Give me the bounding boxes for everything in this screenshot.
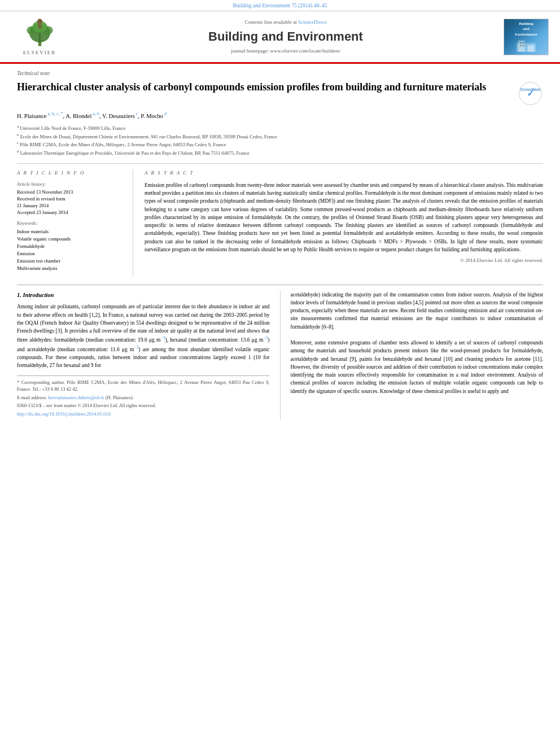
article-title: Hierarchical cluster analysis of carbony… [17,81,518,94]
received-revised-date: 21 January 2014 [17,203,121,209]
elsevier-wordmark: ELSEVIER [23,49,56,56]
svg-rect-14 [522,45,524,46]
copyright-line: © 2014 Elsevier Ltd. All rights reserved… [145,257,543,264]
keywords-group: Keywords: Indoor materials Volatile orga… [17,220,121,272]
body-divider [17,285,543,285]
svg-text:✓: ✓ [527,89,534,98]
cover-title-1: Building [519,21,533,27]
body-para-2: acetaldehyde) indicating the majority pa… [291,291,544,331]
svg-point-6 [37,19,42,24]
body-para-1: Among indoor air pollutants, carbonyl co… [17,303,270,369]
volume-text: Building and Environment 75 (2014) 40–45 [233,3,327,8]
abstract-text: Emission profiles of carbonyl compounds … [145,181,543,254]
keyword-5: Emission test chamber [17,258,121,265]
sciencedirect-link[interactable]: ScienceDirect [298,19,326,25]
doi-link[interactable]: http://dx.doi.org/10.1016/j.buildenv.201… [17,411,111,417]
elsevier-logo: ELSEVIER [11,17,68,56]
affiliation-c: c Pôle RIME C2MA, Ecole des Mines d'Alès… [17,140,543,148]
keyword-1: Indoor materials [17,229,121,235]
info-abstract-divider [133,169,133,276]
email-link[interactable]: herveplaisance.dubois@sfr.fr [48,395,104,400]
journal-volume-info: Building and Environment 75 (2014) 40–45 [0,0,560,11]
article-type-label: Technical note [17,69,543,77]
journal-center: Contents lists available at ScienceDirec… [68,19,504,55]
keyword-2: Volatile organic compounds [17,236,121,243]
affiliation-a: a Université Lille Nord de France, F-590… [17,124,543,132]
elsevier-tree-icon [21,17,58,48]
cover-title-3: Environment [515,32,537,38]
journal-title: Building and Environment [68,28,504,46]
affiliation-d: d Laboratoire Thermique Energétique et P… [17,148,543,157]
cover-title-2: and [523,27,529,32]
columns-divider [280,291,281,420]
article-title-row: Hierarchical cluster analysis of carbony… [17,81,543,106]
keyword-6: Multivariate analysis [17,265,121,272]
section-1-title: 1. Introduction [17,291,270,300]
body-col-left: 1. Introduction Among indoor air polluta… [17,291,270,420]
abstract-heading: A B S T R A C T [145,169,543,177]
crossmark-icon: CrossMark ✓ [518,81,543,106]
article-history: Article history: Received 13 November 20… [17,181,121,216]
keywords-label: Keywords: [17,220,121,227]
journal-header: ELSEVIER Contents lists available at Sci… [0,11,560,64]
issn-line: 0360-1323/$ – see front matter © 2014 El… [17,403,270,409]
history-label: Article history: [17,181,121,188]
svg-rect-7 [38,24,41,28]
corresponding-note: * Corresponding author. Pôle RIME C2MA, … [17,379,270,393]
doi-line: http://dx.doi.org/10.1016/j.buildenv.201… [17,411,270,418]
body-columns: 1. Introduction Among indoor air polluta… [17,291,543,420]
article-info-abstract-row: A R T I C L E I N F O Article history: R… [17,163,543,276]
journal-homepage: journal homepage: www.elsevier.com/locat… [68,47,504,55]
affiliation-b: b Ecole des Mines de Douai, Département … [17,132,543,141]
svg-rect-10 [528,45,534,51]
svg-rect-12 [522,42,524,44]
body-para-3: Moreover, some extensive programs of cha… [291,339,544,395]
article-content: Technical note Hierarchical cluster anal… [0,64,560,431]
accepted-date: Accepted 23 January 2014 [17,209,121,216]
footnote-area: * Corresponding author. Pôle RIME C2MA, … [17,375,270,418]
keyword-4: Emission [17,251,121,257]
received-revised-label: Received in revised form [17,196,121,203]
cover-building-icon [515,39,537,53]
authors-line: H. Plaisance a, b, c, *, A. Blondel a, b… [17,111,543,120]
article-info-column: A R T I C L E I N F O Article history: R… [17,169,121,276]
affiliations: a Université Lille Nord de France, F-590… [17,124,543,156]
received-date: Received 13 November 2013 [17,189,121,196]
article-info-heading: A R T I C L E I N F O [17,169,121,177]
keyword-3: Formaldehyde [17,243,121,250]
email-line: E-mail address: herveplaisance.dubois@sf… [17,395,270,401]
abstract-column: A B S T R A C T Emission profiles of car… [145,169,543,276]
svg-rect-13 [520,45,522,46]
journal-cover-thumbnail: Building and Environment [504,19,549,55]
svg-rect-11 [520,42,522,44]
contents-available: Contents lists available at ScienceDirec… [68,19,504,26]
body-col-right: acetaldehyde) indicating the majority pa… [291,291,544,420]
